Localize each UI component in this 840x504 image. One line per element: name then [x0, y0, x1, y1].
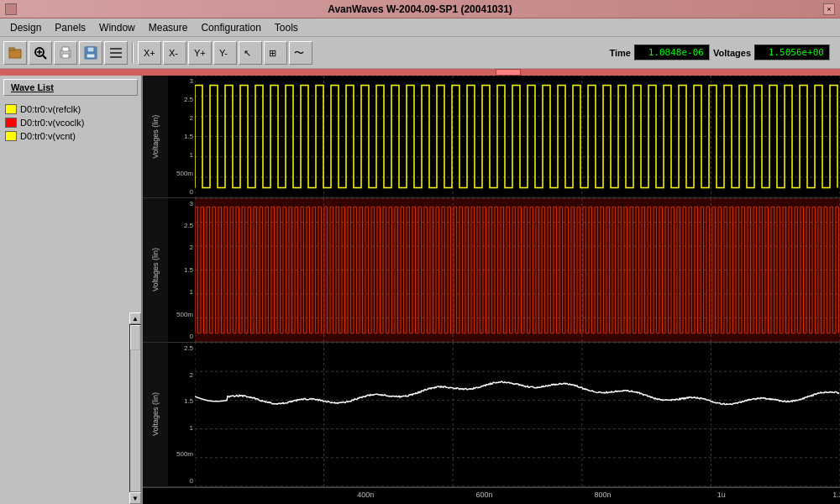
waveform-panel-vcoclk: Voltages (lin) 3 2.5 2 1.5 1 500m 0 [143, 198, 840, 343]
wave-label-vcoclk: D0:tr0:v(vcoclk) [20, 118, 84, 128]
waveform-area: Voltages (lin) 3 2.5 2 1.5 1 500m 0 Volt… [143, 76, 840, 504]
marker-indicator [496, 69, 521, 76]
config-button[interactable] [104, 41, 128, 65]
title-bar: AvanWaves W-2004.09-SP1 (20041031) × [0, 0, 840, 18]
toolbar: X+ X- Y+ Y- ↖ ⊞ 〜 Time 1.0848e-06 Vol [0, 37, 840, 69]
zoom-y-out-button[interactable]: Y- [213, 41, 237, 65]
x-axis-inner: 400n 600n 800n 1u 1.2u [247, 488, 840, 504]
open-button[interactable] [3, 41, 27, 65]
wave-label-vcnt: D0:tr0:v(vcnt) [20, 131, 76, 141]
svg-rect-12 [110, 48, 122, 50]
y-tick-v2-3: 1 [168, 424, 195, 432]
wave-list-content: D0:tr0:v(refclk) D0:tr0:v(vcoclk) D0:tr0… [0, 99, 141, 312]
zoom-y-in-button[interactable]: Y+ [188, 41, 212, 65]
svg-text:⊞: ⊞ [269, 48, 276, 58]
svg-text:↖: ↖ [244, 48, 251, 58]
x-tick-800n: 800n [595, 491, 612, 499]
voltages-label: Voltages [713, 48, 751, 58]
y-tick-6: 0 [168, 188, 195, 196]
zoom-x-in-button[interactable]: X+ [138, 41, 161, 65]
waveform-panel-vcnt: Voltages (lin) 2.5 2 1.5 1 500m 0 [143, 343, 840, 487]
zoom-fit-button[interactable] [29, 41, 52, 65]
y-label-vcoclk: Voltages (lin) [143, 198, 168, 342]
wave-label-refclk: D0:tr0:v(refclk) [20, 104, 81, 114]
wave-item-refclk[interactable]: D0:tr0:v(refclk) [3, 102, 138, 116]
waveform-panel-refclk: Voltages (lin) 3 2.5 2 1.5 1 500m 0 [143, 76, 840, 198]
y-tick-v1-5: 500m [168, 311, 195, 318]
x-tick-600n: 600n [475, 491, 492, 499]
y-ticks-refclk: 3 2.5 2 1.5 1 500m 0 [168, 76, 195, 197]
svg-rect-11 [87, 54, 95, 58]
svg-text:Y-: Y- [219, 48, 228, 58]
x-tick-1u: 1u [717, 491, 726, 499]
y-tick-v2-1: 2 [168, 371, 195, 379]
y-tick-v1-6: 0 [168, 333, 195, 340]
x-tick-400n: 400n [357, 491, 374, 499]
canvas-vcnt [195, 343, 840, 486]
y-tick-v2-5: 0 [168, 477, 195, 485]
marker-bar [0, 69, 840, 76]
cursor-button[interactable]: ↖ [239, 41, 262, 65]
scroll-up-arrow[interactable]: ▲ [129, 312, 141, 324]
menu-design[interactable]: Design [3, 20, 48, 35]
menu-configuration[interactable]: Configuration [194, 20, 267, 35]
svg-rect-14 [110, 56, 122, 58]
canvas-container-vcoclk [195, 198, 840, 342]
svg-rect-8 [62, 54, 69, 58]
svg-text:X+: X+ [144, 48, 155, 58]
menu-tools[interactable]: Tools [268, 20, 305, 35]
y-tick-v1-4: 1 [168, 288, 195, 296]
wave-item-vcnt[interactable]: D0:tr0:v(vcnt) [3, 129, 138, 143]
y-label-refclk: Voltages (lin) [143, 76, 168, 197]
save-button[interactable] [79, 41, 102, 65]
menu-panels[interactable]: Panels [48, 20, 92, 35]
canvas-vcoclk [195, 198, 840, 342]
y-tick-2: 2 [168, 114, 195, 122]
y-tick-v1-3: 1.5 [168, 266, 195, 274]
waveform-button[interactable]: 〜 [289, 41, 312, 65]
svg-rect-1 [9, 48, 14, 50]
canvas-container-vcnt [195, 343, 840, 486]
time-display: Time 1.0848e-06 Voltages 1.5056e+00 [609, 45, 830, 60]
svg-rect-10 [87, 47, 94, 52]
y-tick-v1-1: 2.5 [168, 222, 195, 229]
voltages-value: 1.5056e+00 [754, 45, 830, 60]
y-tick-3: 1.5 [168, 133, 195, 140]
svg-rect-7 [62, 47, 69, 51]
y-tick-v1-0: 3 [168, 200, 195, 207]
y-ticks-vcnt: 2.5 2 1.5 1 500m 0 [168, 343, 195, 486]
menu-measure[interactable]: Measure [142, 20, 195, 35]
scroll-down-arrow[interactable]: ▼ [129, 492, 141, 504]
y-tick-v1-2: 2 [168, 244, 195, 251]
close-button[interactable]: × [823, 3, 835, 15]
wave-color-vcnt [5, 131, 17, 141]
y-tick-4: 1 [168, 151, 195, 159]
wave-color-refclk [5, 104, 17, 114]
menu-bar: Design Panels Window Measure Configurati… [0, 18, 840, 37]
time-value: 1.0848e-06 [634, 45, 710, 60]
wave-item-vcoclk[interactable]: D0:tr0:v(vcoclk) [3, 116, 138, 129]
x-axis: 400n 600n 800n 1u 1.2u [143, 487, 840, 504]
measure-button[interactable]: ⊞ [264, 41, 287, 65]
svg-text:Y+: Y+ [194, 48, 206, 58]
menu-window[interactable]: Window [92, 20, 142, 35]
wave-list-panel: Wave List D0:tr0:v(refclk) D0:tr0:v(vcoc… [0, 76, 143, 504]
x-tick-1p2u: 1.2u [832, 491, 840, 499]
main-area: Wave List D0:tr0:v(refclk) D0:tr0:v(vcoc… [0, 76, 840, 504]
wave-list-header: Wave List [3, 79, 138, 96]
y-tick-5: 500m [168, 170, 195, 177]
y-tick-v2-0: 2.5 [168, 344, 195, 352]
y-ticks-vcoclk: 3 2.5 2 1.5 1 500m 0 [168, 198, 195, 342]
time-label: Time [609, 48, 630, 58]
svg-text:〜: 〜 [294, 47, 304, 59]
y-label-vcnt: Voltages (lin) [143, 343, 168, 486]
zoom-x-out-button[interactable]: X- [163, 41, 186, 65]
y-tick-v2-2: 1.5 [168, 397, 195, 405]
print-button[interactable] [54, 41, 77, 65]
y-tick-0: 3 [168, 77, 195, 85]
canvas-container-refclk [195, 76, 840, 197]
separator-1 [132, 43, 134, 63]
wave-color-vcoclk [5, 118, 17, 128]
canvas-refclk [195, 76, 840, 197]
y-tick-v2-4: 500m [168, 450, 195, 458]
